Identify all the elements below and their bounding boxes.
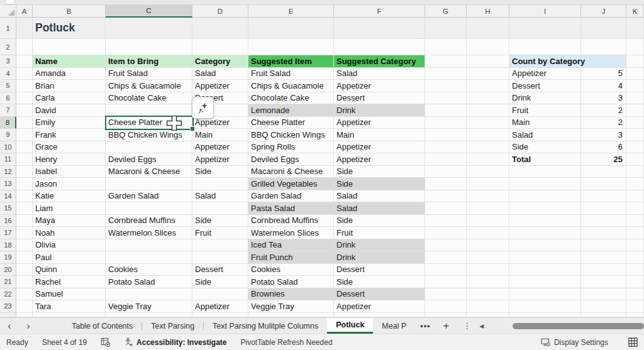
cell-A3[interactable] — [16, 55, 33, 68]
cell-C20[interactable]: Cookies — [106, 264, 192, 276]
cell-K3[interactable] — [626, 55, 644, 68]
row-header-5[interactable]: 5 — [0, 80, 16, 92]
cell-H22[interactable] — [467, 288, 509, 301]
cell-E5[interactable]: Chips & Guacamole — [248, 80, 334, 92]
cell-A22[interactable] — [16, 288, 33, 301]
cell-I24[interactable] — [509, 313, 581, 318]
cell-C23[interactable]: Veggie Tray — [106, 300, 192, 313]
cell-J16[interactable] — [581, 215, 626, 227]
cell-B9[interactable]: Frank — [33, 129, 106, 141]
cell-F19[interactable]: Drink — [334, 251, 425, 264]
cell-D22[interactable] — [192, 288, 248, 301]
cell-I21[interactable] — [509, 276, 581, 288]
row-header-13[interactable]: 13 — [0, 178, 16, 190]
cell-K7[interactable] — [626, 104, 644, 117]
cell-G5[interactable] — [425, 80, 467, 92]
cell-D16[interactable]: Side — [192, 215, 248, 227]
cell-K23[interactable] — [626, 300, 644, 313]
cell-E13[interactable]: Grilled Vegetables — [248, 178, 334, 190]
cell-K15[interactable] — [626, 202, 644, 215]
cell-E18[interactable]: Iced Tea — [248, 239, 334, 252]
row-header-22[interactable]: 22 — [0, 288, 16, 301]
cell-H2[interactable] — [467, 39, 509, 55]
cell-G12[interactable] — [425, 166, 467, 178]
cell-G19[interactable] — [425, 251, 467, 264]
cell-A16[interactable] — [16, 215, 33, 227]
cell-H20[interactable] — [467, 264, 509, 276]
cell-K14[interactable] — [626, 190, 644, 203]
cell-A10[interactable] — [16, 141, 33, 154]
accessibility-status[interactable]: Accessibility: Investigate — [124, 337, 226, 347]
cell-J9[interactable]: 3 — [581, 129, 626, 141]
cell-G20[interactable] — [425, 264, 467, 276]
cell-J10[interactable]: 6 — [581, 141, 626, 154]
cell-G24[interactable] — [425, 313, 467, 318]
cell-A17[interactable] — [16, 227, 33, 239]
cell-C19[interactable] — [106, 251, 192, 264]
cell-I9[interactable]: Salad — [509, 129, 581, 141]
cell-I13[interactable] — [509, 178, 581, 190]
cell-E24[interactable] — [248, 313, 334, 318]
row-header-18[interactable]: 18 — [0, 239, 16, 252]
cell-C9[interactable]: BBQ Chicken Wings — [106, 129, 192, 141]
cell-G11[interactable] — [425, 153, 467, 166]
sheet-tab-text-parsing-mulitple-columns[interactable]: Text Parsing Mulitple Columns — [204, 318, 327, 334]
new-sheet-button[interactable]: + — [435, 320, 457, 332]
cell-H15[interactable] — [467, 202, 509, 215]
column-header-A[interactable]: A — [16, 5, 33, 18]
row-header-7[interactable]: 7 — [0, 104, 16, 117]
cell-G16[interactable] — [425, 215, 467, 227]
cell-D20[interactable]: Dessert — [192, 264, 248, 276]
column-header-F[interactable]: F — [334, 5, 425, 18]
cell-H24[interactable] — [467, 313, 509, 318]
cell-J23[interactable] — [581, 300, 626, 313]
sheet-tab-table-of-contents[interactable]: Table of Contents — [63, 318, 142, 334]
cell-E21[interactable]: Potato Salad — [248, 276, 334, 288]
cell-D15[interactable] — [192, 202, 248, 215]
cell-D1[interactable] — [192, 18, 248, 39]
cell-E1[interactable] — [248, 18, 334, 39]
cell-K13[interactable] — [626, 178, 644, 190]
cell-F18[interactable]: Drink — [334, 239, 425, 252]
cell-H6[interactable] — [467, 92, 509, 105]
cell-E23[interactable]: Veggie Tray — [248, 300, 334, 313]
cell-F21[interactable]: Side — [334, 276, 425, 288]
cell-K2[interactable] — [626, 39, 644, 55]
cell-F16[interactable]: Side — [334, 215, 425, 227]
cell-K21[interactable] — [626, 276, 644, 288]
cell-K11[interactable] — [626, 153, 644, 166]
cell-K6[interactable] — [626, 92, 644, 105]
cell-F7[interactable]: Drink — [334, 104, 425, 117]
cell-C10[interactable] — [106, 141, 192, 154]
cell-B15[interactable]: Liam — [33, 202, 106, 215]
cell-A13[interactable] — [16, 178, 33, 190]
cell-A5[interactable] — [16, 80, 33, 92]
cell-C11[interactable]: Deviled Eggs — [106, 153, 192, 166]
cell-I12[interactable] — [509, 166, 581, 178]
cell-I8[interactable]: Main — [509, 117, 581, 129]
cell-J14[interactable] — [581, 190, 626, 203]
cell-D24[interactable] — [192, 313, 248, 318]
column-header-D[interactable]: D — [192, 5, 248, 18]
cell-I22[interactable] — [509, 288, 581, 301]
cell-K12[interactable] — [626, 166, 644, 178]
cell-H12[interactable] — [467, 166, 509, 178]
row-header-16[interactable]: 16 — [0, 215, 16, 227]
cell-E10[interactable]: Spring Rolls — [248, 141, 334, 154]
cell-F10[interactable]: Appetizer — [334, 141, 425, 154]
cell-K9[interactable] — [626, 129, 644, 141]
cell-A7[interactable] — [16, 104, 33, 117]
row-header-12[interactable]: 12 — [0, 166, 16, 178]
cell-F2[interactable] — [334, 39, 425, 55]
cell-H14[interactable] — [467, 190, 509, 203]
cell-G9[interactable] — [425, 129, 467, 141]
cell-A14[interactable] — [16, 190, 33, 203]
cell-B12[interactable]: Isabel — [33, 166, 106, 178]
cell-J5[interactable]: 4 — [581, 80, 626, 92]
cell-E12[interactable]: Macaroni & Cheese — [248, 166, 334, 178]
cell-J19[interactable] — [581, 251, 626, 264]
cell-G21[interactable] — [425, 276, 467, 288]
cell-E16[interactable]: Cornbread Muffins — [248, 215, 334, 227]
cell-F8[interactable]: Appetizer — [334, 117, 425, 129]
cell-B17[interactable]: Noah — [33, 227, 106, 239]
